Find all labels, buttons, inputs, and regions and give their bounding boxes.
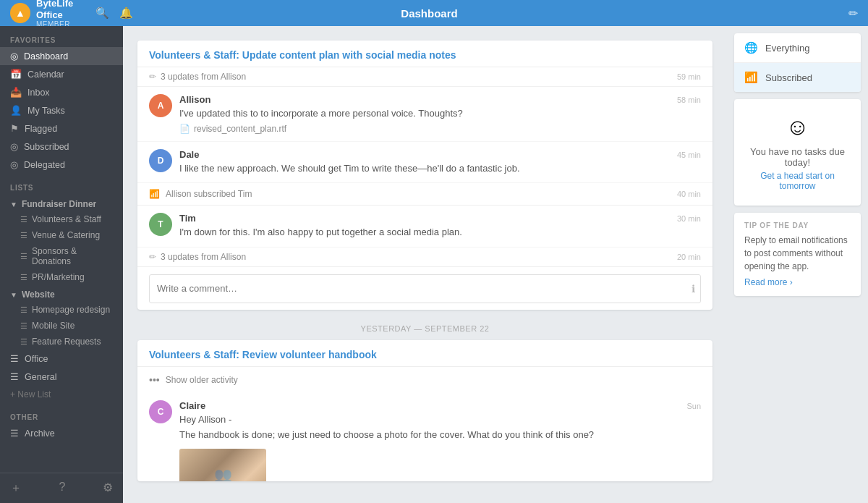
list-icon: ☰: [20, 252, 27, 261]
comment-input-area: ℹ: [137, 267, 712, 310]
card-meta-time: 59 min: [677, 72, 701, 81]
comment-image: 👥: [179, 449, 266, 481]
comment-input[interactable]: [149, 274, 701, 303]
comment-input-wrapper: ℹ: [149, 274, 701, 303]
new-list-button[interactable]: + New List: [0, 386, 123, 403]
edit-icon-2: ✏: [149, 252, 156, 262]
sidebar-item-dashboard[interactable]: ◎ Dashboard: [0, 47, 123, 65]
sub-item-label: PR/Marketing: [32, 272, 85, 282]
sub-item-label: Volunteers & Staff: [32, 214, 101, 224]
show-older-label: Show older activity: [166, 375, 238, 385]
avatar: D: [149, 149, 172, 172]
comment-tim-1: T Tim 30 min I'm down for this. I'm also…: [137, 206, 712, 247]
avatar: C: [149, 400, 172, 423]
comment-text: The handbook is done; we just need to ch…: [179, 428, 701, 441]
sidebar-sub-volunteers-staff[interactable]: ☰ Volunteers & Staff: [0, 211, 123, 227]
sidebar-item-label: General: [25, 372, 56, 382]
chevron-down-icon: ▼: [10, 291, 17, 299]
sub-item-label: Mobile Site: [32, 321, 75, 331]
comment-allison-1: A Allison 58 min I've updated this to to…: [137, 87, 712, 142]
sidebar-sub-sponsors-donations[interactable]: ☰ Sponsors & Donations: [0, 243, 123, 269]
tasks-link[interactable]: Get a head start on tomorrow: [744, 171, 851, 191]
comment-text: I'm down for this. I'm also happy to put…: [179, 226, 701, 239]
signal-icon: 📶: [744, 71, 758, 84]
attachment-filename[interactable]: revised_content_plan.rtf: [194, 124, 286, 134]
inbox-icon: 📥: [10, 87, 22, 98]
avatar: A: [149, 94, 172, 117]
edit-icon: ✏: [149, 72, 156, 82]
card-meta-time-2: 20 min: [677, 253, 701, 261]
subscribed-text: Allison subscribed Tim: [166, 189, 252, 199]
filter-everything[interactable]: 🌐 Everything: [734, 33, 861, 63]
sub-item-label: Sponsors & Donations: [32, 246, 113, 266]
sidebar-item-flagged[interactable]: ⚑ Flagged: [0, 119, 123, 138]
filter-subscribed[interactable]: 📶 Subscribed: [734, 63, 861, 92]
list-icon: ☰: [10, 353, 19, 364]
dashboard-icon: ◎: [10, 51, 18, 62]
sidebar-sub-venue-catering[interactable]: ☰ Venue & Catering: [0, 227, 123, 243]
tip-text: Reply to email notifications to post com…: [744, 234, 851, 273]
sidebar-sub-mobile-site[interactable]: ☰ Mobile Site: [0, 318, 123, 334]
comment-attachment: 📄 revised_content_plan.rtf: [179, 124, 701, 134]
chevron-down-icon: ▼: [10, 200, 17, 208]
ellipsis-icon: •••: [149, 374, 160, 386]
sidebar-sub-homepage-redesign[interactable]: ☰ Homepage redesign: [0, 302, 123, 318]
sidebar-item-inbox[interactable]: 📥 Inbox: [0, 83, 123, 101]
comment-header: Tim 30 min: [179, 213, 701, 224]
comment-author: Tim: [179, 213, 196, 224]
tip-section-label: TIP OF THE DAY: [744, 221, 851, 229]
show-older-button[interactable]: ••• Show older activity: [137, 367, 712, 393]
sidebar-item-subscribed[interactable]: ◎ Subscribed: [0, 138, 123, 156]
delegated-icon: ◎: [10, 159, 18, 170]
sidebar-item-archive[interactable]: ☰ Archive: [0, 424, 123, 442]
list-header-label: Website: [22, 289, 55, 300]
sidebar-bottom: ＋ ? ⚙: [0, 473, 123, 503]
tip-read-more-link[interactable]: Read more ›: [744, 277, 851, 287]
comment-claire-1: C Claire Sun Hey Allison - The handbook …: [137, 393, 712, 481]
sidebar-sub-feature-requests[interactable]: ☰ Feature Requests: [0, 334, 123, 350]
comment-text: I like the new approach. We should get T…: [179, 162, 701, 175]
comment-author: Allison: [179, 94, 210, 105]
sidebar-item-label: Subscribed: [24, 142, 69, 152]
comment-dale-1: D Dale 45 min I like the new approach. W…: [137, 142, 712, 183]
sidebar-item-my-tasks[interactable]: 👤 My Tasks: [0, 101, 123, 119]
right-panel: 🌐 Everything 📶 Subscribed ☺ You have no …: [727, 26, 868, 503]
sidebar-item-office[interactable]: ☰ Office: [0, 350, 123, 368]
settings-button[interactable]: ⚙: [103, 481, 113, 496]
sidebar-list-website-header[interactable]: ▼ Website: [0, 285, 123, 302]
sidebar-item-label: Calendar: [27, 69, 64, 80]
list-icon: ☰: [10, 371, 19, 382]
help-button[interactable]: ?: [59, 481, 66, 496]
sidebar-list-fundraiser-header[interactable]: ▼ Fundraiser Dinner: [0, 195, 123, 211]
tasks-message: You have no tasks due today!: [744, 146, 851, 168]
happy-face-icon: ☺: [744, 114, 851, 140]
sub-item-label: Feature Requests: [32, 337, 101, 347]
card-meta-1: ✏ 3 updates from Allison 59 min: [137, 67, 712, 87]
comment-header: Allison 58 min: [179, 94, 701, 105]
person-icon: 👤: [10, 105, 22, 116]
file-icon: 📄: [179, 124, 190, 134]
subscribed-time: 40 min: [677, 190, 701, 198]
sidebar-item-calendar[interactable]: 📅 Calendar: [0, 65, 123, 83]
comment-body: Claire Sun Hey Allison - The handbook is…: [179, 400, 701, 481]
card-meta-text-2: 3 updates from Allison: [161, 252, 677, 262]
sidebar-item-delegated[interactable]: ◎ Delegated: [0, 156, 123, 174]
comment-body: Dale 45 min I like the new approach. We …: [179, 149, 701, 175]
card-title[interactable]: Volunteers & Staff: Update content plan …: [149, 49, 701, 61]
sidebar-item-label: Inbox: [27, 88, 50, 98]
list-icon: ☰: [20, 305, 27, 315]
sidebar-sub-pr-marketing[interactable]: ☰ PR/Marketing: [0, 269, 123, 285]
subscribed-icon: ◎: [10, 141, 18, 152]
sidebar-item-label: Office: [25, 354, 48, 364]
comment-time: 45 min: [677, 151, 701, 159]
date-divider: YESTERDAY — SEPTEMBER 22: [137, 317, 712, 340]
comment-text: I've updated this to to incorporate a mo…: [179, 107, 701, 120]
other-section-label: OTHER: [0, 403, 123, 424]
add-button[interactable]: ＋: [10, 481, 22, 496]
lists-section-label: LISTS: [0, 174, 123, 195]
sidebar-item-label: Dashboard: [24, 51, 68, 62]
sidebar-item-general[interactable]: ☰ General: [0, 368, 123, 386]
card-title-2[interactable]: Volunteers & Staff: Review volunteer han…: [149, 349, 701, 360]
compose-button[interactable]: ✏: [848, 7, 858, 20]
comment-body: Tim 30 min I'm down for this. I'm also h…: [179, 213, 701, 239]
